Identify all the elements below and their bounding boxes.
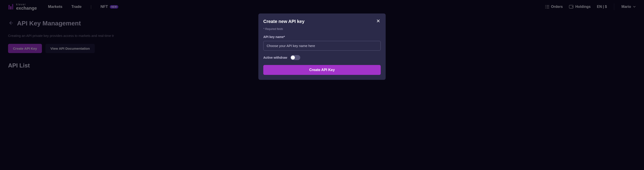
toggle-knob: [291, 56, 295, 60]
api-key-name-label: API key name*: [263, 35, 381, 39]
modal-header: Create new API key: [263, 19, 381, 24]
active-withdraw-label: Active withdraw: [263, 56, 287, 59]
active-withdraw-toggle[interactable]: [290, 55, 300, 60]
modal-overlay: Create new API key * Required fields API…: [0, 0, 644, 170]
modal-create-button[interactable]: Create API Key: [263, 65, 381, 75]
required-fields-hint: * Required fields: [263, 27, 381, 31]
create-api-key-modal: Create new API key * Required fields API…: [258, 14, 386, 80]
modal-title: Create new API key: [263, 19, 304, 24]
active-withdraw-row: Active withdraw: [263, 55, 381, 60]
close-icon[interactable]: [376, 19, 381, 24]
api-key-name-input[interactable]: [263, 41, 381, 51]
